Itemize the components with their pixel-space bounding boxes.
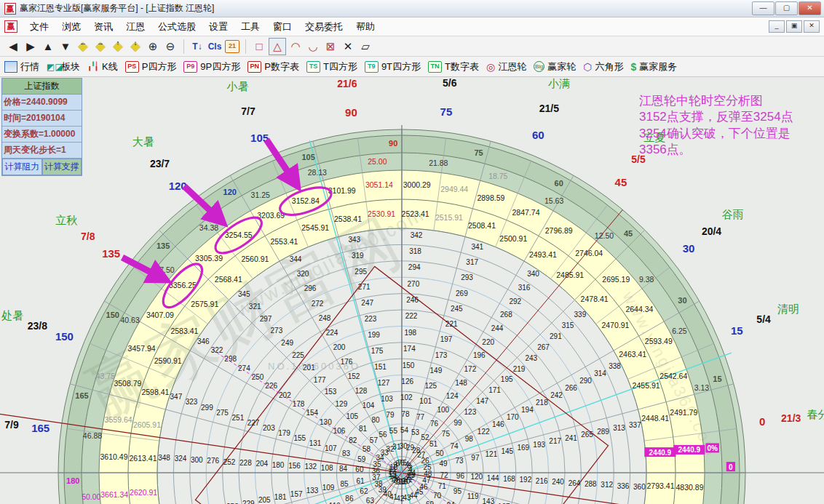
- close-button[interactable]: ✕: [799, 1, 821, 15]
- arc-tool-button[interactable]: ◠: [288, 39, 304, 55]
- mdi-restore-button[interactable]: ▣: [786, 20, 802, 33]
- menu-item-5[interactable]: 设置: [202, 18, 234, 36]
- quotes-label: 行情: [20, 60, 39, 73]
- analysis-annotation: 江恩轮中轮时空分析图3152点支撑，反弹至3254点3254确认突破，下个位置是…: [639, 93, 823, 159]
- date-label: 21/6: [337, 78, 357, 89]
- degree-label: 30: [683, 242, 695, 255]
- svg-text:55: 55: [389, 427, 398, 435]
- toolbar-item-winner-service[interactable]: $赢家服务: [630, 60, 677, 73]
- toolbar-item-t-square[interactable]: TST四方形: [306, 60, 357, 73]
- svg-text:202: 202: [279, 391, 291, 399]
- zoom-out-button[interactable]: ⊖: [162, 39, 178, 55]
- svg-text:2491.79: 2491.79: [670, 408, 697, 417]
- svg-text:61: 61: [356, 477, 365, 485]
- move-tool-button[interactable]: ✕: [340, 39, 356, 55]
- mdi-minimize-button[interactable]: _: [769, 20, 785, 33]
- cls-button[interactable]: Cls: [207, 39, 223, 55]
- nav-right-button[interactable]: ▶: [23, 39, 39, 55]
- svg-text:246: 246: [406, 296, 419, 304]
- svg-text:313: 313: [613, 424, 625, 432]
- diamond-left-button[interactable]: ◆←: [75, 39, 91, 55]
- svg-text:2620.91: 2620.91: [130, 488, 157, 497]
- nav-down-button[interactable]: ▼: [58, 39, 74, 55]
- svg-text:69: 69: [426, 500, 435, 504]
- svg-text:34.38: 34.38: [199, 223, 218, 232]
- svg-text:103: 103: [381, 395, 393, 403]
- svg-text:321: 321: [249, 303, 261, 311]
- svg-text:56: 56: [379, 431, 387, 439]
- menu-item-9[interactable]: 帮助: [349, 18, 381, 36]
- date-label: 7/9: [4, 419, 19, 431]
- xbox-tool-button[interactable]: ⊠: [322, 39, 338, 55]
- menu-item-7[interactable]: 窗口: [266, 18, 298, 36]
- svg-text:228: 228: [239, 459, 252, 467]
- minimize-button[interactable]: —: [752, 1, 775, 15]
- calc-support-button[interactable]: 计算支撑: [42, 159, 82, 175]
- hexagon-icon: ⬡: [583, 61, 592, 73]
- arc2-tool-button[interactable]: ◡: [305, 39, 321, 55]
- svg-text:15.63: 15.63: [544, 196, 563, 205]
- diamond-right-button[interactable]: ◆→: [92, 39, 108, 55]
- svg-text:251: 251: [232, 414, 245, 422]
- menu-item-6[interactable]: 工具: [234, 18, 266, 36]
- svg-text:82: 82: [349, 436, 357, 444]
- svg-text:247: 247: [361, 299, 373, 307]
- svg-text:3305.39: 3305.39: [195, 254, 223, 263]
- arc-tool-icon: ◠: [290, 40, 300, 53]
- toolbar-item-hexagon[interactable]: ⬡六角形: [583, 60, 623, 73]
- zoom-in-button[interactable]: ⊕: [145, 39, 161, 55]
- diamond-up-button[interactable]: ◆↑: [110, 39, 126, 55]
- toolbar-item-p-square[interactable]: PSP四方形: [125, 60, 177, 73]
- svg-text:6.25: 6.25: [672, 327, 687, 335]
- svg-text:219: 219: [513, 365, 526, 373]
- calc-resistance-button[interactable]: 计算阻力: [2, 159, 42, 175]
- svg-text:86: 86: [345, 495, 354, 503]
- nav-left-button[interactable]: ◀: [5, 39, 21, 55]
- menu-item-3[interactable]: 江恩: [119, 18, 151, 36]
- svg-text:244: 244: [491, 324, 504, 332]
- toolbar-item-quotes[interactable]: 行情: [4, 60, 39, 73]
- t-down-button[interactable]: T↓: [189, 39, 205, 55]
- menu-item-1[interactable]: 浏览: [55, 18, 87, 36]
- svg-text:3.13: 3.13: [694, 383, 710, 392]
- menu-item-2[interactable]: 资讯: [87, 18, 119, 36]
- menu-item-0[interactable]: 文件: [23, 18, 55, 36]
- toolbar-item-gann-wheel[interactable]: ◎江恩轮: [486, 60, 526, 73]
- toolbar-item-sectors[interactable]: ◩◪板块: [47, 60, 80, 73]
- select-tool-button[interactable]: ▱: [357, 39, 373, 55]
- toolbar-item-t9-square[interactable]: T99T四方形: [365, 60, 421, 73]
- toolbar-item-p-table[interactable]: PNP数字表: [247, 60, 299, 73]
- svg-text:143: 143: [483, 497, 495, 504]
- rect-tool-button[interactable]: □: [251, 39, 267, 55]
- restore-button[interactable]: ▢: [775, 1, 798, 15]
- menu-item-4[interactable]: 公式选股: [151, 18, 202, 36]
- svg-text:2560.91: 2560.91: [241, 255, 269, 263]
- calendar-button[interactable]: 21: [224, 39, 240, 55]
- p-table-label: P数字表: [264, 60, 299, 73]
- toolbar-separator: [183, 39, 184, 54]
- svg-text:31.25: 31.25: [251, 191, 270, 199]
- svg-text:154: 154: [306, 409, 318, 417]
- t-down-icon: T↓: [192, 41, 202, 52]
- svg-text:2949.44: 2949.44: [440, 185, 468, 193]
- toolbar-item-kline[interactable]: ╻╹╽K线: [87, 60, 118, 73]
- svg-text:299: 299: [201, 404, 213, 412]
- svg-text:46.88: 46.88: [83, 431, 102, 440]
- toolbar-item-t-table[interactable]: TNT数字表: [428, 60, 479, 73]
- toolbar-item-p9-square[interactable]: P99P四方形: [183, 60, 240, 73]
- svg-text:149: 149: [430, 367, 443, 375]
- menu-item-8[interactable]: 交易委托: [298, 18, 349, 36]
- svg-text:3559.64: 3559.64: [105, 415, 132, 424]
- svg-text:148: 148: [455, 379, 467, 387]
- svg-text:2898.59: 2898.59: [477, 193, 504, 202]
- svg-text:30: 30: [678, 296, 686, 305]
- nav-up-button[interactable]: ▲: [40, 39, 56, 55]
- mdi-close-button[interactable]: ✕: [804, 20, 820, 33]
- diamond-down-button[interactable]: ◆↓: [127, 39, 143, 55]
- svg-text:132: 132: [304, 463, 317, 471]
- svg-text:2542.64: 2542.64: [659, 372, 687, 380]
- svg-text:106: 106: [333, 427, 346, 435]
- toolbar-item-winner-wheel[interactable]: Big赢家轮: [534, 60, 576, 73]
- triangle-tool-button[interactable]: △: [269, 38, 286, 55]
- svg-text:120: 120: [470, 473, 483, 481]
